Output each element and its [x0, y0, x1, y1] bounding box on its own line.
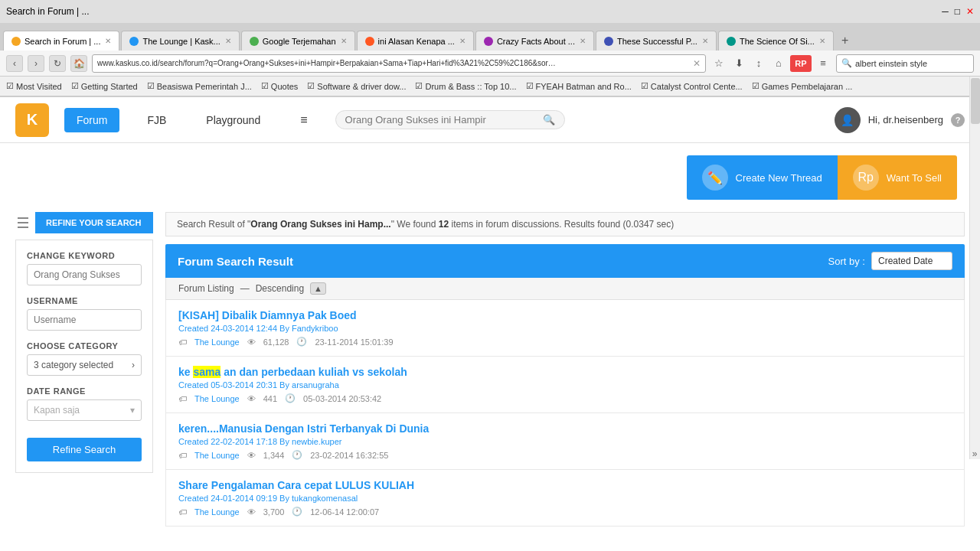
tab-2[interactable]: Google Terjemahan ✕	[241, 31, 355, 51]
result-author-3[interactable]: tukangkomenasal	[292, 494, 358, 503]
header-search-input[interactable]	[345, 114, 537, 126]
scrollbar-thumb[interactable]	[971, 78, 980, 124]
category-value: 3 category selected	[34, 360, 113, 370]
result-category-1[interactable]: The Lounge	[194, 394, 240, 403]
result-author-2[interactable]: newbie.kuper	[292, 437, 341, 446]
tab-close-4[interactable]: ✕	[580, 37, 586, 45]
reload-button[interactable]: ↻	[49, 55, 66, 72]
refine-panel: CHANGE KEYWORD USERNAME CHOOSE CATEGORY …	[15, 240, 153, 473]
nav-menu-icon[interactable]: ≡	[288, 107, 319, 133]
tab-0[interactable]: Search in Forum | ... ✕	[3, 31, 119, 51]
result-category-0[interactable]: The Lounge	[194, 337, 240, 347]
bookmark-7[interactable]: ☑ Catalyst Control Cente...	[641, 81, 743, 91]
bookmark-5[interactable]: ☑ Drum & Bass :: Top 10...	[415, 81, 516, 91]
tab-close-2[interactable]: ✕	[341, 37, 347, 45]
bookmark-8[interactable]: ☑ Games Pembelajaran ...	[752, 81, 853, 91]
list-view-icon[interactable]	[15, 215, 31, 230]
result-count: 12	[439, 219, 449, 230]
scroll-expand-icon[interactable]: »	[969, 448, 980, 459]
bookmark-label-2: Beasiswa Pemerintah J...	[157, 82, 252, 91]
result-category-3[interactable]: The Lounge	[194, 507, 240, 517]
category-button[interactable]: 3 category selected ›	[27, 354, 142, 376]
tab-4[interactable]: Crazy Facts About ... ✕	[475, 31, 594, 51]
forward-button[interactable]: ›	[28, 55, 44, 72]
new-tab-button[interactable]: +	[835, 31, 855, 51]
listing-sort-toggle[interactable]: ▲	[310, 282, 326, 295]
result-author-1[interactable]: arsanugraha	[292, 380, 339, 390]
main-content: REFINE YOUR SEARCH CHANGE KEYWORD USERNA…	[0, 212, 980, 542]
tab-close-5[interactable]: ✕	[702, 37, 708, 45]
result-title-1[interactable]: ke sama an dan perbedaan kuliah vs sekol…	[178, 366, 952, 378]
scrollbar-track[interactable]: »	[969, 77, 980, 459]
download-icon[interactable]: ⬇	[730, 55, 747, 72]
result-title-3[interactable]: Share Pengalaman Cara cepat LULUS KULIAH	[178, 479, 952, 491]
title-bar: Search in Forum | ... ─ □ ✕	[0, 0, 980, 23]
username-input[interactable]	[27, 309, 142, 331]
bookmark-2[interactable]: ☑ Beasiswa Pemerintah J...	[147, 81, 252, 91]
choose-category-label: CHOOSE CATEGORY	[27, 341, 142, 350]
back-button[interactable]: ‹	[6, 55, 23, 72]
want-to-sell-icon: Rp	[853, 165, 879, 191]
address-bar: ‹ › ↻ 🏠 www.kaskus.co.id/search/forum?q=…	[0, 51, 980, 77]
tab-close-6[interactable]: ✕	[819, 37, 825, 45]
date-select[interactable]: Kapan saja ▾	[27, 399, 142, 421]
result-created-1: Created 05-03-2014 20:31	[178, 380, 277, 390]
url-clear-icon[interactable]: ✕	[693, 58, 701, 69]
bookmark-label-5: Drum & Bass :: Top 10...	[425, 82, 516, 91]
url-input[interactable]: www.kaskus.co.id/search/forum?q=Orang+Or…	[92, 54, 706, 73]
tab-label-6: The Science Of Si...	[740, 37, 815, 46]
bookmark-3[interactable]: ☑ Quotes	[261, 81, 298, 91]
url-text: www.kaskus.co.id/search/forum?q=Orang+Or…	[97, 59, 557, 67]
refine-header: REFINE YOUR SEARCH	[35, 212, 153, 233]
browser-chrome: Search in Forum | ... ─ □ ✕ Search in Fo…	[0, 0, 980, 97]
help-icon[interactable]: ?	[951, 113, 965, 127]
tag-icon-3: 🏷	[178, 507, 187, 517]
result-title-2[interactable]: keren....Manusia Dengan Istri Terbanyak …	[178, 422, 952, 435]
result-lastReply-1: 05-03-2014 20:53:42	[303, 394, 381, 403]
close-btn[interactable]: ✕	[966, 6, 974, 17]
header-search-icon[interactable]: 🔍	[543, 114, 555, 126]
menu-icon[interactable]: ≡	[815, 55, 831, 72]
result-time: 0.0347 sec	[626, 219, 671, 230]
sidebar: REFINE YOUR SEARCH CHANGE KEYWORD USERNA…	[15, 212, 153, 527]
tab-close-3[interactable]: ✕	[459, 37, 466, 45]
bookmark-most-visited[interactable]: ☑ Most Visited	[6, 81, 62, 91]
minimize-btn[interactable]: ─	[942, 6, 949, 17]
result-meta-3: Created 24-01-2014 09:19 By tukangkomena…	[178, 494, 952, 503]
bookmark-4[interactable]: ☑ Software & driver dow...	[307, 81, 406, 91]
result-title-0[interactable]: [KISAH] Dibalik Diamnya Pak Boed	[178, 309, 952, 321]
bookmark-6[interactable]: ☑ FYEAH Batman and Ro...	[526, 81, 632, 91]
tab-close-1[interactable]: ✕	[225, 37, 231, 45]
views-icon-2: 👁	[247, 451, 256, 460]
browser-search-input[interactable]: 🔍 albert einstein style	[836, 54, 974, 73]
result-item-3: Share Pengalaman Cara cepat LULUS KULIAH…	[165, 470, 965, 527]
nav-fjb[interactable]: FJB	[135, 108, 178, 132]
bookmark-getting-started[interactable]: ☑ Getting Started	[71, 81, 138, 91]
bookmark-check-5: ☑	[415, 81, 423, 91]
tab-1[interactable]: The Lounge | Kask... ✕	[121, 31, 239, 51]
star-icon[interactable]: ☆	[710, 55, 727, 72]
result-category-2[interactable]: The Lounge	[194, 451, 240, 460]
home-icon[interactable]: ⌂	[770, 55, 787, 72]
refresh-icon[interactable]: ↕	[750, 55, 767, 72]
header-search[interactable]: 🔍	[335, 110, 565, 129]
create-thread-button[interactable]: ✏️ Create New Thread	[687, 155, 838, 200]
tab-close-0[interactable]: ✕	[105, 37, 111, 45]
tag-icon-1: 🏷	[178, 394, 187, 403]
tab-3[interactable]: ini Alasan Kenapa ... ✕	[357, 31, 474, 51]
sort-select[interactable]: Created Date	[871, 252, 952, 270]
result-author-0[interactable]: Fandykriboo	[292, 324, 338, 333]
results-title: Forum Search Result	[178, 255, 293, 268]
tab-5[interactable]: These Successful P... ✕	[596, 31, 717, 51]
site-logo[interactable]: K	[15, 103, 49, 137]
keyword-input[interactable]	[27, 264, 142, 285]
nav-forum[interactable]: Forum	[64, 108, 119, 132]
refine-search-button[interactable]: Refine Search	[27, 438, 142, 461]
nav-playground[interactable]: Playground	[194, 108, 273, 132]
maximize-btn[interactable]: □	[955, 6, 960, 17]
home-button[interactable]: 🏠	[70, 55, 87, 72]
want-to-sell-button[interactable]: Rp Want To Sell	[838, 155, 957, 200]
bookmark-label-3: Quotes	[271, 82, 298, 91]
rp-icon[interactable]: RP	[790, 55, 812, 72]
tab-6[interactable]: The Science Of Si... ✕	[718, 31, 834, 51]
